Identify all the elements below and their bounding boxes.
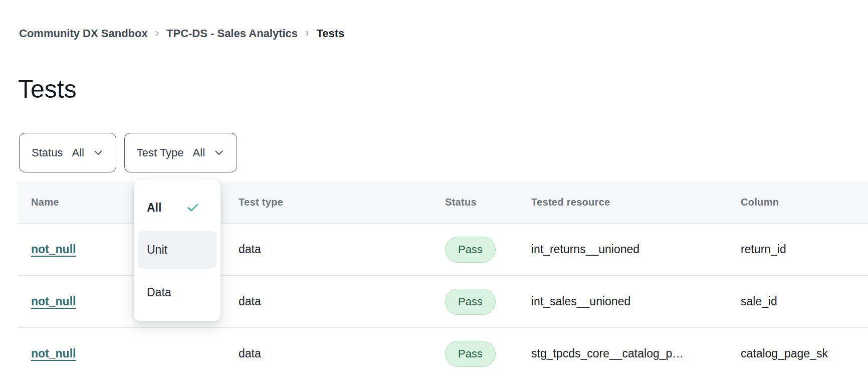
tested-resource-cell: stg_tpcds_core__catalog_p…: [518, 328, 728, 379]
menu-item-all-label: All: [147, 201, 161, 215]
status-filter-value: All: [72, 146, 84, 159]
breadcrumb-item-package[interactable]: TPC-DS - Sales Analytics: [166, 27, 298, 40]
column-header-test-type: Test type: [226, 181, 432, 223]
column-header-status: Status: [432, 181, 518, 223]
chevron-down-icon: [215, 150, 223, 155]
status-badge: Pass: [445, 341, 496, 367]
table-row: not_null data Pass stg_tpcds_core__catal…: [18, 328, 868, 379]
column-cell: return_id: [728, 224, 868, 275]
menu-item-data-label: Data: [147, 286, 171, 299]
tested-resource-cell: int_sales__unioned: [518, 276, 728, 327]
menu-item-all[interactable]: All: [138, 188, 216, 227]
menu-item-data[interactable]: Data: [138, 273, 216, 311]
column-cell: catalog_page_sk: [728, 328, 868, 379]
menu-item-unit-label: Unit: [147, 243, 167, 257]
page-title: Tests: [18, 74, 77, 104]
test-type-dropdown-menu: All Unit Data: [134, 179, 221, 321]
menu-item-unit[interactable]: Unit: [138, 231, 216, 269]
test-name-link[interactable]: not_null: [31, 347, 76, 360]
breadcrumb-item-project[interactable]: Community DX Sandbox: [19, 27, 148, 40]
test-name-link[interactable]: not_null: [31, 243, 76, 256]
test-type-cell: data: [226, 224, 432, 275]
status-filter-button[interactable]: Status All: [19, 133, 116, 172]
breadcrumb: Community DX Sandbox › TPC-DS - Sales An…: [19, 27, 344, 40]
test-type-cell: data: [226, 276, 432, 327]
test-type-cell: data: [226, 328, 432, 379]
column-header-column: Column: [728, 181, 868, 223]
status-badge: Pass: [445, 289, 496, 315]
test-type-filter-button[interactable]: Test Type All: [124, 133, 237, 172]
column-header-tested-resource: Tested resource: [518, 181, 728, 223]
check-icon: [187, 204, 198, 212]
chevron-down-icon: [94, 150, 102, 155]
column-cell: sale_id: [728, 276, 868, 327]
chevron-right-icon: ›: [305, 27, 309, 40]
filters-bar: Status All Test Type All: [19, 133, 237, 172]
chevron-right-icon: ›: [155, 27, 159, 40]
tested-resource-cell: int_returns__unioned: [518, 224, 728, 275]
test-name-link[interactable]: not_null: [31, 295, 76, 308]
status-badge: Pass: [445, 237, 496, 263]
status-filter-label: Status: [32, 146, 63, 159]
test-type-filter-value: All: [193, 146, 205, 159]
breadcrumb-item-current: Tests: [316, 27, 344, 40]
test-type-filter-label: Test Type: [137, 146, 184, 159]
